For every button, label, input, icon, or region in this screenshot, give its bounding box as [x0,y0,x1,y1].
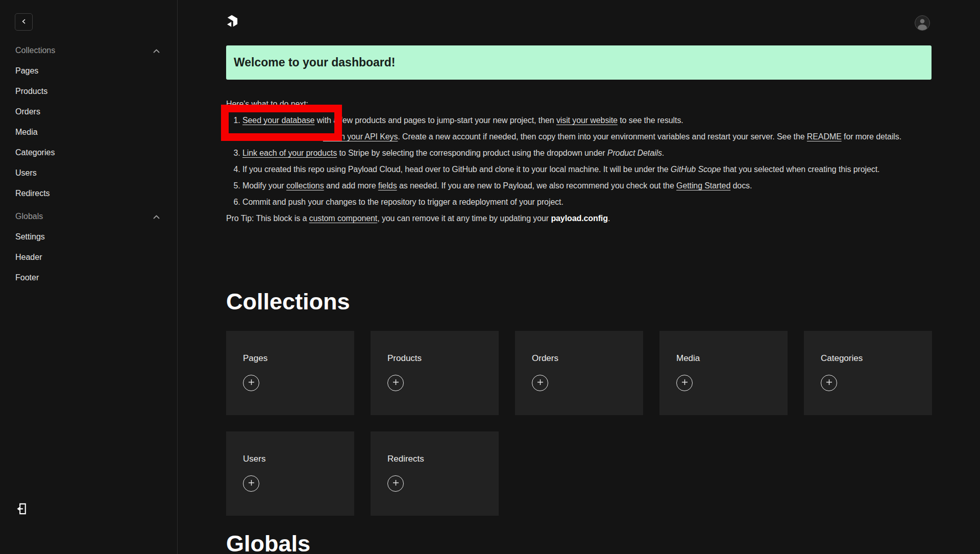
card-title: Pages [243,353,337,364]
collection-card-pages[interactable]: Pages [226,331,354,415]
sidebar-item-users[interactable]: Users [15,163,160,183]
globals-heading: Globals [226,532,310,554]
sidebar: Collections Pages Products Orders Media … [0,0,178,554]
step-item-1: Seed your database with a few products a… [242,112,932,129]
collection-card-redirects[interactable]: Redirects [371,431,499,516]
create-new-button[interactable] [821,375,837,391]
create-new-button[interactable] [243,375,259,391]
product-details-emphasis: Product Details [607,149,662,157]
step-text: Modify your [242,181,286,190]
welcome-banner: Welcome to your dashboard! [226,45,932,80]
link-products-link[interactable]: Link each of your products [242,149,337,157]
collections-heading: Collections [226,290,350,314]
sidebar-item-header[interactable]: Header [15,247,160,268]
sidebar-item-footer[interactable]: Footer [15,268,160,288]
pro-tip: Pro Tip: This block is a custom componen… [226,210,932,227]
card-title: Redirects [387,454,482,464]
github-scope-emphasis: GitHub Scope [671,165,721,174]
collection-card-products[interactable]: Products [371,331,499,415]
getting-started-link[interactable]: Getting Started [676,181,730,190]
create-new-button[interactable] [387,475,404,492]
collections-link[interactable]: collections [286,181,324,190]
step-text: docs. [730,181,752,190]
create-new-button[interactable] [532,375,548,391]
protip-text: . [608,214,610,223]
step-item-3: Link each of your products to Stripe by … [242,145,932,161]
sidebar-item-media[interactable]: Media [15,122,160,142]
section-label-globals: Globals [15,212,43,221]
chevron-up-icon [153,46,160,55]
create-new-button[interactable] [243,475,259,492]
logout-button[interactable] [14,502,30,517]
sidebar-item-pages[interactable]: Pages [15,61,160,81]
collection-card-media[interactable]: Media [659,331,788,415]
section-label-collections: Collections [15,46,55,55]
plus-icon [393,479,399,488]
step-item-4: If you created this repo using Payload C… [242,161,932,178]
collection-card-categories[interactable]: Categories [804,331,932,415]
visit-website-link[interactable]: visit your website [556,116,618,125]
sidebar-item-settings[interactable]: Settings [15,227,160,247]
plus-icon [681,378,688,388]
plus-icon [393,378,399,388]
payload-config-bold: payload.config [551,214,608,223]
step-text: that you selected when creating this pro… [721,165,879,174]
card-title: Products [387,353,482,364]
account-avatar-button[interactable] [915,15,930,31]
create-new-button[interactable] [676,375,693,391]
user-icon [915,23,929,31]
step-item-6: Commit and push your changes to the repo… [242,194,932,210]
collection-card-orders[interactable]: Orders [515,331,643,415]
sidebar-item-products[interactable]: Products [15,81,160,102]
readme-link[interactable]: README [807,132,842,141]
payload-logo-icon [226,14,238,28]
fields-link[interactable]: fields [378,181,397,190]
step-text: . Create a new account if needed, then c… [398,132,807,141]
step-text: If you created this repo using Payload C… [242,165,671,174]
nav-section-collections[interactable]: Collections [15,40,160,61]
collections-grid: Pages Products Orders Media Categories U… [226,331,932,516]
step-item-5: Modify your collections and add more fie… [242,178,932,194]
protip-text: Pro Tip: This block is a [226,214,309,223]
sidebar-item-orders[interactable]: Orders [15,102,160,122]
logout-icon [15,502,29,518]
chevron-left-icon [21,18,27,26]
step-text: to see the results. [618,116,683,125]
custom-component-link[interactable]: custom component [309,214,378,223]
sidebar-collapse-button[interactable] [15,13,33,31]
card-title: Categories [821,353,915,364]
collection-card-users[interactable]: Users [226,431,354,516]
step-text: as needed. If you are new to Payload, we… [397,181,677,190]
step-text: with a few products and pages to jump-st… [314,116,556,125]
card-title: Users [243,454,337,464]
nav-section-globals[interactable]: Globals [15,206,160,227]
sidebar-item-categories[interactable]: Categories [15,142,160,163]
create-new-button[interactable] [387,375,404,391]
protip-text: , you can remove it at any time by updat… [377,214,551,223]
dashboard-page: { "colors": { "page_bg": "#141414", "car… [0,0,980,554]
plus-icon [826,378,832,388]
step-text: and add more [324,181,378,190]
step-text: to Stripe by selecting the corresponding… [337,149,607,157]
step-item-2: Head over to Stripe to obtain your API K… [242,129,932,145]
red-annotation-box [221,105,342,141]
card-title: Media [676,353,771,364]
step-text: . [662,149,664,157]
welcome-banner-text: Welcome to your dashboard! [234,56,396,69]
plus-icon [248,378,255,388]
chevron-up-icon [153,212,160,221]
sidebar-nav: Collections Pages Products Orders Media … [15,40,160,288]
plus-icon [248,479,255,488]
sidebar-item-redirects[interactable]: Redirects [15,183,160,204]
card-title: Orders [532,353,626,364]
plus-icon [537,378,544,388]
step-text: for more details. [842,132,901,141]
step-text: Commit and push your changes to the repo… [242,198,564,206]
